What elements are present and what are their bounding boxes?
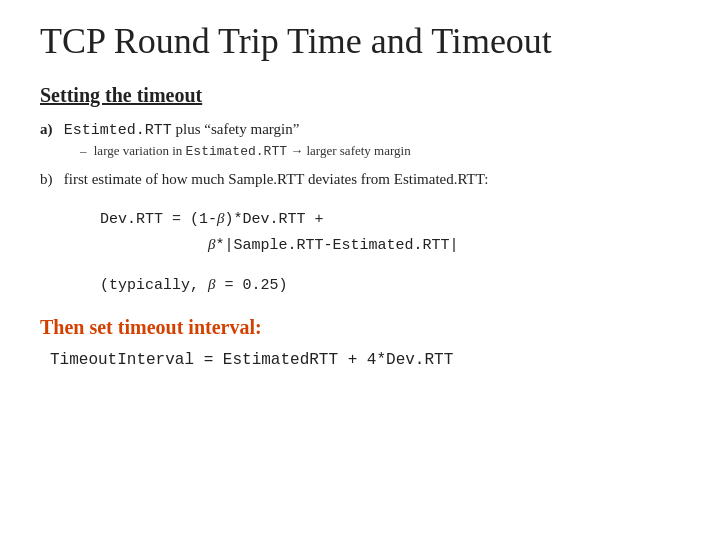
item-a-text-rest: plus “safety margin” [176,121,300,137]
item-a-text: Estimted.RTT [64,122,172,139]
item-b: b) first estimate of how much Sample.RTT… [40,171,680,188]
item-a-sub: – large variation in Estimated.RTT → lar… [80,143,680,159]
item-a: a) Estimted.RTT plus “safety margin” [40,121,680,139]
formula-block: Dev.RTT = (1-β)*Dev.RTT + β*|Sample.RTT-… [100,206,680,258]
typically-line: (typically, β = 0.25) [100,276,680,294]
sub-text-prefix: large variation in [94,143,186,158]
formula-line-1: Dev.RTT = (1-β)*Dev.RTT + [100,206,680,232]
estimated-rtt-mono: Estimated.RTT [186,144,287,159]
section-heading: Setting the timeout [40,84,680,107]
then-heading: Then set timeout interval: [40,316,680,339]
item-b-label: b) [40,171,53,187]
item-b-text: first estimate of how much Sample.RTT de… [64,171,489,187]
dash: – [80,143,87,158]
sub-text-suffix: → larger safety margin [287,143,411,158]
page-title: TCP Round Trip Time and Timeout [40,20,680,62]
timeout-formula: TimeoutInterval = EstimatedRTT + 4*Dev.R… [50,351,680,369]
item-a-label: a) [40,121,53,137]
formula-line-2: β*|Sample.RTT-Estimated.RTT| [100,232,680,258]
